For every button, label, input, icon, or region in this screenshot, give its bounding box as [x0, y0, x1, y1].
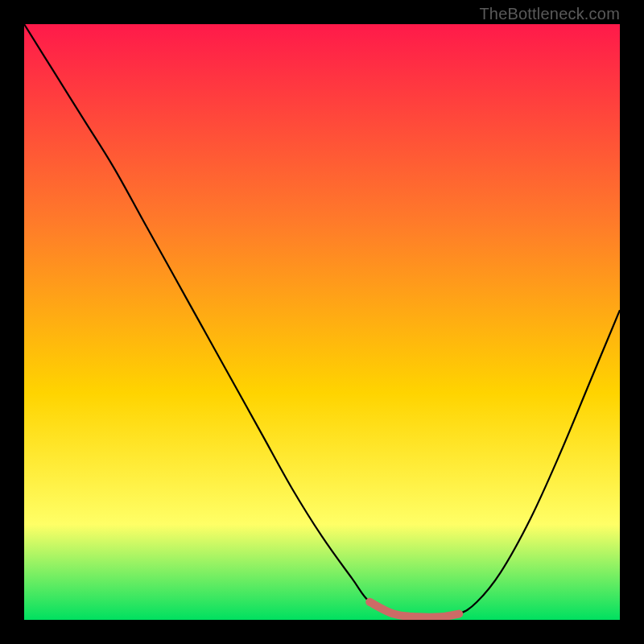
plot-area [24, 24, 620, 620]
chart-frame: TheBottleneck.com [0, 0, 644, 644]
chart-svg [24, 24, 620, 620]
gradient-background [24, 24, 620, 620]
attribution-label: TheBottleneck.com [479, 5, 620, 23]
